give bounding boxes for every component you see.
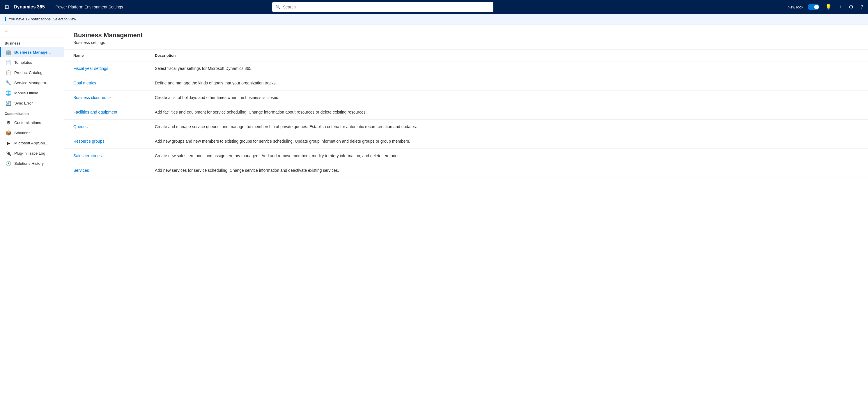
table-row: Sales territoriesCreate new sales territ…: [64, 149, 868, 163]
setting-description-cell: Add facilities and equipment for service…: [146, 105, 868, 120]
business-management-icon: 🏢: [5, 50, 11, 55]
plug-in-icon: 🔌: [5, 150, 11, 156]
setting-description-cell: Add new services for service scheduling.…: [146, 163, 868, 178]
notification-bar[interactable]: ℹ You have 19 notifications. Select to v…: [0, 14, 868, 25]
sidebar-item-label: Microsoft AppSou...: [14, 141, 48, 145]
sidebar-item-label: Mobile Offline: [14, 91, 38, 95]
setting-link[interactable]: Goal metrics: [73, 80, 136, 86]
setting-name-cell: Fiscal year settings: [64, 61, 146, 76]
sidebar-item-solutions[interactable]: 📦 Solutions: [0, 128, 64, 138]
environment-name: Power Platform Environment Settings: [55, 5, 123, 9]
setting-link[interactable]: Facilities and equipment: [73, 109, 136, 115]
content-header: Business Management Business settings: [64, 25, 868, 50]
lightbulb-icon[interactable]: 💡: [824, 3, 833, 11]
setting-link[interactable]: Resource groups: [73, 138, 136, 144]
page-title: Business Management: [73, 31, 859, 39]
setting-link[interactable]: Queues: [73, 124, 136, 130]
sidebar-item-customizations[interactable]: ⚙ Customizations: [0, 118, 64, 128]
topbar: ⊞ Dynamics 365 | Power Platform Environm…: [0, 0, 868, 14]
table-row: Business closures↗Create a list of holid…: [64, 91, 868, 105]
sidebar-item-mobile-offline[interactable]: 🌐 Mobile Offline: [0, 88, 64, 98]
setting-description-cell: Create and manage service queues, and ma…: [146, 120, 868, 134]
setting-name-cell: Sales territories: [64, 149, 146, 163]
sidebar-item-service-management[interactable]: 🔧 Service Managem...: [0, 78, 64, 88]
page-subtitle: Business settings: [73, 40, 859, 45]
help-icon[interactable]: ?: [859, 3, 865, 11]
setting-description-cell: Select fiscal year settings for Microsof…: [146, 61, 868, 76]
sidebar-item-label: Templates: [14, 60, 32, 65]
brand-name: Dynamics 365: [14, 4, 45, 9]
notification-text: You have 19 notifications. Select to vie…: [9, 17, 77, 21]
table-row: Facilities and equipmentAdd facilities a…: [64, 105, 868, 120]
setting-name-cell: Queues: [64, 120, 146, 134]
setting-name-cell: Facilities and equipment: [64, 105, 146, 120]
search-icon: 🔍: [276, 5, 281, 9]
setting-link[interactable]: Business closures↗: [73, 95, 136, 101]
sidebar-item-label: Solutions History: [14, 161, 44, 166]
product-catalog-icon: 📋: [5, 70, 11, 76]
sidebar: ≡ Business 🏢 Business Manage... 📄 Templa…: [0, 25, 64, 414]
col-header-description: Description: [146, 50, 868, 61]
setting-name-cell: Business closures↗: [64, 91, 146, 105]
sidebar-item-plug-in-trace-log[interactable]: 🔌 Plug-In Trace Log: [0, 148, 64, 158]
sidebar-item-label: Service Managem...: [14, 81, 49, 85]
add-icon[interactable]: +: [837, 3, 843, 11]
sidebar-item-microsoft-appsource[interactable]: ▶ Microsoft AppSou...: [0, 138, 64, 148]
sidebar-item-templates[interactable]: 📄 Templates: [0, 57, 64, 67]
setting-description-cell: Create a list of holidays and other time…: [146, 91, 868, 105]
new-look-label: New look: [788, 5, 803, 9]
customizations-icon: ⚙: [5, 120, 11, 125]
sidebar-item-label: Customizations: [14, 121, 41, 125]
col-header-name: Name: [64, 50, 146, 61]
table-header-row: Name Description: [64, 50, 868, 61]
table-row: Resource groupsAdd new groups and new me…: [64, 134, 868, 149]
sync-error-icon: 🔄: [5, 100, 11, 106]
table-row: Fiscal year settingsSelect fiscal year s…: [64, 61, 868, 76]
solutions-icon: 📦: [5, 130, 11, 136]
table-row: Goal metricsDefine and manage the kinds …: [64, 76, 868, 91]
sidebar-section-customization: Customization: [0, 108, 64, 118]
setting-link[interactable]: Sales territories: [73, 153, 136, 159]
sidebar-item-sync-error[interactable]: 🔄 Sync Error: [0, 98, 64, 108]
grid-icon[interactable]: ⊞: [3, 3, 10, 11]
setting-description-cell: Create new sales territories and assign …: [146, 149, 868, 163]
main-layout: ≡ Business 🏢 Business Manage... 📄 Templa…: [0, 25, 868, 414]
sidebar-item-label: Business Manage...: [14, 50, 51, 54]
settings-icon[interactable]: ⚙: [848, 3, 855, 11]
sidebar-item-label: Solutions: [14, 131, 31, 135]
appsource-icon: ▶: [5, 140, 11, 146]
hamburger-button[interactable]: ≡: [0, 25, 64, 38]
sidebar-item-label: Sync Error: [14, 101, 33, 106]
setting-name-cell: Goal metrics: [64, 76, 146, 91]
topbar-divider: |: [50, 4, 51, 10]
setting-link[interactable]: Services: [73, 168, 136, 174]
setting-description-cell: Define and manage the kinds of goals tha…: [146, 76, 868, 91]
topbar-right: New look 💡 + ⚙ ?: [788, 3, 865, 11]
search-box[interactable]: 🔍: [272, 2, 493, 12]
sidebar-item-solutions-history[interactable]: 🕐 Solutions History: [0, 158, 64, 169]
setting-link[interactable]: Fiscal year settings: [73, 65, 136, 71]
external-link-icon: ↗: [108, 95, 111, 100]
setting-name-cell: Resource groups: [64, 134, 146, 149]
setting-name-cell: Services: [64, 163, 146, 178]
sidebar-section-business: Business: [0, 38, 64, 47]
sidebar-item-label: Product Catalog: [14, 70, 42, 75]
sidebar-item-label: Plug-In Trace Log: [14, 151, 45, 155]
table-row: ServicesAdd new services for service sch…: [64, 163, 868, 178]
info-icon: ℹ: [5, 16, 6, 22]
sidebar-item-product-catalog[interactable]: 📋 Product Catalog: [0, 67, 64, 78]
setting-description-cell: Add new groups and new members to existi…: [146, 134, 868, 149]
sidebar-item-business-management[interactable]: 🏢 Business Manage...: [0, 47, 64, 57]
new-look-toggle[interactable]: [808, 4, 819, 10]
solutions-history-icon: 🕐: [5, 161, 11, 166]
templates-icon: 📄: [5, 60, 11, 65]
table-row: QueuesCreate and manage service queues, …: [64, 120, 868, 134]
content-area: Business Management Business settings Na…: [64, 25, 868, 414]
search-input[interactable]: [283, 5, 490, 9]
service-management-icon: 🔧: [5, 80, 11, 86]
settings-table: Name Description Fiscal year settingsSel…: [64, 50, 868, 178]
mobile-offline-icon: 🌐: [5, 90, 11, 96]
